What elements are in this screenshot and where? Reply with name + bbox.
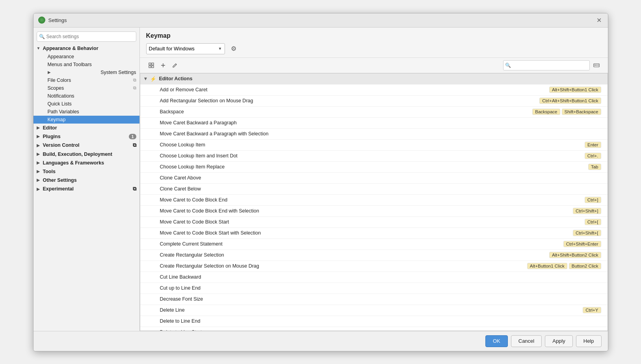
- sidebar-group-label-appearance-behavior: Appearance & Behavior: [43, 46, 98, 51]
- sidebar: 🔍 ▼ Appearance & Behavior Appearance Men…: [33, 28, 140, 331]
- row-shortcuts: Ctrl+Shift+]: [573, 208, 601, 214]
- table-row[interactable]: Choose Lookup Item ReplaceTab: [140, 162, 608, 173]
- close-button[interactable]: ✕: [595, 16, 603, 24]
- chevron-right-editor-icon: ▶: [37, 126, 41, 130]
- table-row[interactable]: Decrease Font Size: [140, 294, 608, 305]
- chevron-right-plugins-icon: ▶: [37, 134, 41, 139]
- row-action-name: Move Caret to Code Block Start with Sele…: [160, 230, 573, 236]
- sidebar-item-menus-toolbars[interactable]: Menus and Toolbars: [33, 61, 139, 68]
- shortcut-badge: Ctrl+[: [585, 219, 601, 225]
- settings-dialog: Settings ✕ 🔍 ▼ Appearance & Behavior App…: [33, 13, 608, 351]
- sidebar-group-label-languages: Languages & Frameworks: [43, 160, 104, 166]
- sidebar-group-label-build: Build, Execution, Deployment: [43, 152, 112, 157]
- sidebar-group-header-tools[interactable]: ▶ Tools: [33, 167, 139, 176]
- dialog-body: 🔍 ▼ Appearance & Behavior Appearance Men…: [33, 28, 608, 331]
- row-action-name: Choose Lookup Item and Insert Dot: [160, 153, 585, 159]
- sidebar-item-keymap[interactable]: Keymap: [33, 116, 139, 124]
- row-shortcuts: Alt+Shift+Button1 Click: [549, 87, 601, 93]
- table-row[interactable]: Delete LineCtrl+Y: [140, 305, 608, 316]
- shortcut-badge: Ctrl+Shift+Enter: [563, 241, 601, 247]
- table-row[interactable]: Clone Caret Above: [140, 173, 608, 184]
- collapse-all-button[interactable]: [158, 60, 168, 70]
- sidebar-search-input[interactable]: [37, 31, 136, 42]
- sidebar-item-path-variables[interactable]: Path Variables: [33, 108, 139, 116]
- gear-button[interactable]: ⚙: [228, 43, 239, 54]
- dialog-title: Settings: [48, 17, 67, 23]
- sidebar-group-header-other-settings[interactable]: ▶ Other Settings: [33, 176, 139, 185]
- table-row[interactable]: Move Caret to Code Block StartCtrl+[: [140, 217, 608, 228]
- table-row[interactable]: Create Rectangular Selection on Mouse Dr…: [140, 261, 608, 272]
- table-row[interactable]: Add Rectangular Selection on Mouse DragC…: [140, 96, 608, 107]
- table-row[interactable]: Complete Current StatementCtrl+Shift+Ent…: [140, 239, 608, 250]
- row-action-name: Move Caret Backward a Paragraph with Sel…: [160, 131, 601, 137]
- sidebar-group-header-plugins[interactable]: ▶ Plugins 1: [33, 132, 139, 141]
- shortcut-badge: Alt+Shift+Button2 Click: [549, 252, 601, 258]
- shortcut-badge: Ctrl+Shift+]: [573, 208, 601, 214]
- table-row[interactable]: Delete to Line Start: [140, 327, 608, 331]
- row-action-name: Create Rectangular Selection on Mouse Dr…: [160, 263, 527, 269]
- row-shortcuts: Enter: [585, 142, 601, 148]
- table-row[interactable]: BackspaceBackspaceShift+Backspace: [140, 107, 608, 118]
- svg-rect-7: [595, 65, 596, 65]
- shortcut-badge: Ctrl+.: [585, 153, 601, 159]
- section-icon-bolt: ⚡: [150, 76, 156, 82]
- sidebar-group-header-languages[interactable]: ▶ Languages & Frameworks: [33, 159, 139, 167]
- keymap-table: ▼ ⚡ Editor Actions Add or Remove CaretAl…: [140, 73, 608, 331]
- keymap-controls: Default for Windows ▼ ⚙: [146, 43, 602, 54]
- shortcut-badge: Backspace: [532, 109, 560, 115]
- chevron-right-other-icon: ▶: [37, 178, 41, 182]
- sidebar-search-container: 🔍: [37, 31, 136, 42]
- sidebar-item-system-settings[interactable]: ▶ System Settings: [33, 68, 139, 76]
- sidebar-group-editor: ▶ Editor: [33, 124, 139, 132]
- row-action-name: Complete Current Statement: [160, 241, 563, 247]
- table-row[interactable]: Choose Lookup Item and Insert DotCtrl+.: [140, 151, 608, 162]
- sidebar-group-header-version-control[interactable]: ▶ Version Control ⧉: [33, 141, 139, 150]
- row-action-name: Move Caret to Code Block End: [160, 197, 585, 203]
- sidebar-item-quick-lists[interactable]: Quick Lists: [33, 100, 139, 108]
- toolbar-left: [146, 60, 180, 70]
- sidebar-item-file-colors[interactable]: File Colors ⧉: [33, 76, 139, 84]
- help-button[interactable]: Help: [576, 335, 602, 347]
- main-content: Keymap Default for Windows ▼ ⚙: [140, 28, 608, 331]
- sidebar-group-header-appearance-behavior[interactable]: ▼ Appearance & Behavior: [33, 44, 139, 53]
- table-row[interactable]: Cut Line Backward: [140, 272, 608, 283]
- table-row[interactable]: Add or Remove CaretAlt+Shift+Button1 Cli…: [140, 85, 608, 96]
- sidebar-group-header-editor[interactable]: ▶ Editor: [33, 124, 139, 132]
- sidebar-group-plugins: ▶ Plugins 1: [33, 132, 139, 141]
- ok-button[interactable]: OK: [485, 335, 508, 347]
- sidebar-item-scopes[interactable]: Scopes ⧉: [33, 84, 139, 92]
- section-header-editor-actions[interactable]: ▼ ⚡ Editor Actions: [140, 74, 608, 85]
- chevron-right-build-icon: ▶: [37, 152, 41, 156]
- edit-shortcut-button[interactable]: [170, 60, 180, 70]
- svg-rect-3: [152, 66, 154, 68]
- apply-button[interactable]: Apply: [545, 335, 573, 347]
- table-row[interactable]: Cut up to Line End: [140, 283, 608, 294]
- table-row[interactable]: Move Caret Backward a Paragraph: [140, 118, 608, 129]
- table-row[interactable]: Move Caret to Code Block EndCtrl+]: [140, 195, 608, 206]
- table-row[interactable]: Move Caret to Code Block Start with Sele…: [140, 228, 608, 239]
- keymap-dropdown-value: Default for Windows: [149, 46, 195, 52]
- row-action-name: Delete Line: [160, 307, 583, 313]
- expand-all-button[interactable]: [146, 60, 156, 70]
- shortcut-badge: Shift+Backspace: [562, 109, 601, 115]
- row-shortcuts: Alt+Button1 ClickButton2 Click: [527, 263, 601, 269]
- table-row[interactable]: Create Rectangular SelectionAlt+Shift+Bu…: [140, 250, 608, 261]
- table-row[interactable]: Move Caret to Code Block End with Select…: [140, 206, 608, 217]
- sidebar-group-languages: ▶ Languages & Frameworks: [33, 159, 139, 167]
- find-shortcut-button[interactable]: [591, 60, 602, 70]
- table-row[interactable]: Move Caret Backward a Paragraph with Sel…: [140, 129, 608, 140]
- sidebar-group-header-build[interactable]: ▶ Build, Execution, Deployment: [33, 150, 139, 159]
- row-action-name: Backspace: [160, 109, 533, 115]
- sidebar-item-appearance[interactable]: Appearance: [33, 53, 139, 61]
- sidebar-group-header-experimental[interactable]: ▶ Experimental ⧉: [33, 185, 139, 194]
- table-row[interactable]: Clone Caret Below: [140, 184, 608, 195]
- cancel-button[interactable]: Cancel: [511, 335, 542, 347]
- shortcut-badge: Enter: [585, 142, 601, 148]
- keymap-search-input[interactable]: [511, 62, 586, 69]
- row-shortcuts: Ctrl+Y: [583, 307, 601, 313]
- table-row[interactable]: Delete to Line End: [140, 316, 608, 327]
- table-row[interactable]: Choose Lookup ItemEnter: [140, 140, 608, 151]
- sidebar-item-notifications[interactable]: Notifications: [33, 92, 139, 100]
- sidebar-group-other-settings: ▶ Other Settings: [33, 176, 139, 185]
- keymap-dropdown[interactable]: Default for Windows ▼: [146, 43, 225, 54]
